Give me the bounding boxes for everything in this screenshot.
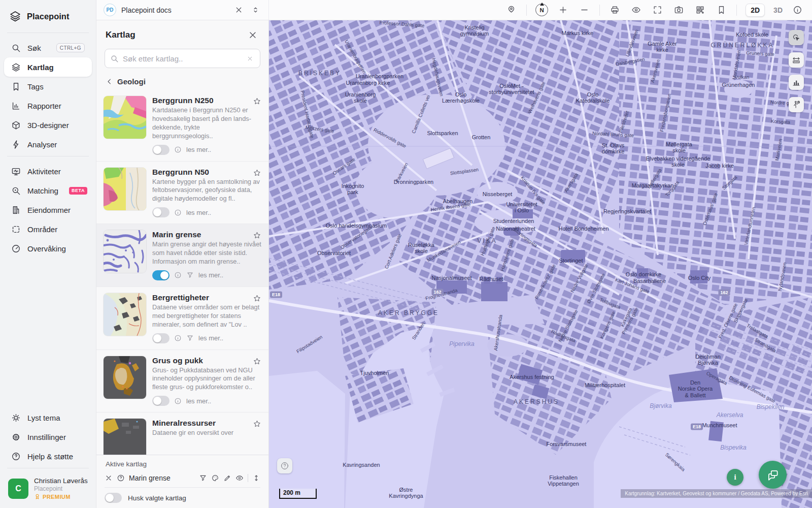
zoom-in-button[interactable] — [557, 4, 569, 16]
context-close-button[interactable] — [233, 4, 245, 16]
layer-card-marin-grense[interactable]: Marin grense Marin grense angir det høye… — [96, 224, 268, 287]
bookmark-button[interactable] — [715, 4, 728, 16]
map-measure-tool-button[interactable] — [789, 52, 804, 68]
toggle-visibility-button[interactable] — [235, 474, 244, 482]
favorite-star-button[interactable] — [253, 357, 261, 366]
sidebar-item-label: Lyst tema — [27, 414, 60, 422]
style-layer-button[interactable] — [211, 474, 219, 482]
map-viewport[interactable]: Professor Dahls gateKristelig gymnasiumM… — [269, 20, 812, 508]
context-pill[interactable]: PD Placepoint docs — [96, 0, 269, 20]
layer-card-berggrunn-n50[interactable]: Berggrunn N50 Kartene bygger på en samto… — [96, 161, 268, 224]
read-more-link[interactable]: les mer.. — [198, 334, 223, 342]
mode-2d-button[interactable]: 2D — [746, 4, 765, 17]
panel-close-button[interactable] — [246, 28, 259, 42]
layer-info-button[interactable] — [174, 271, 182, 279]
sidebar-item-omrader[interactable]: Områder — [4, 219, 92, 239]
layer-info-button[interactable] — [174, 397, 182, 405]
favorite-star-button[interactable] — [253, 97, 261, 106]
bolt-icon — [11, 140, 21, 149]
mode-3d-button[interactable]: 3D — [773, 6, 783, 14]
layer-toggle[interactable] — [152, 270, 170, 280]
remove-layer-button[interactable] — [105, 474, 113, 482]
map-canvas[interactable] — [269, 20, 812, 508]
reorder-layer-handle[interactable] — [252, 474, 260, 482]
zoom-out-button[interactable] — [578, 4, 591, 16]
qr-button[interactable] — [694, 4, 706, 16]
layer-info-button[interactable] — [174, 146, 182, 153]
sidebar-item-3d-designer[interactable]: 3D-designer — [4, 115, 92, 135]
layer-card-bergrettigheter[interactable]: Bergrettigheter Dataene viser områder so… — [96, 287, 268, 350]
map-help-button[interactable] — [277, 458, 292, 473]
layer-info-button[interactable] — [174, 209, 182, 216]
topbar: PD Placepoint docs N 2D 3D — [96, 0, 812, 20]
sidebar-item-eiendommer[interactable]: Eiendommer — [4, 200, 92, 219]
compass-button[interactable]: N — [535, 4, 548, 16]
active-layer-name: Marin grense — [129, 474, 195, 482]
info-button[interactable] — [791, 4, 804, 16]
read-more-link[interactable]: les mer.. — [186, 209, 211, 216]
layer-filter-button[interactable] — [186, 271, 194, 279]
locate-button[interactable] — [505, 4, 518, 16]
divider — [7, 33, 89, 33]
breadcrumb-back[interactable]: Geologi — [96, 71, 268, 90]
visibility-button[interactable] — [630, 4, 642, 16]
layer-toggle[interactable] — [152, 145, 170, 155]
fullscreen-button[interactable] — [651, 4, 664, 16]
layer-filter-button[interactable] — [186, 334, 194, 342]
search-icon — [11, 43, 21, 53]
layer-card-berggrunn-n250[interactable]: Berggrunn N250 Kartdataene i Berggrunn N… — [96, 90, 268, 161]
favorite-star-button[interactable] — [253, 169, 261, 177]
read-more-link[interactable]: les mer.. — [186, 146, 211, 153]
layer-toggle[interactable] — [152, 207, 170, 217]
search-clear-button[interactable] — [245, 54, 255, 64]
layer-card-mineralressurser[interactable]: Mineralressurser Dataene gir en oversikt… — [96, 412, 268, 455]
spacer — [0, 258, 96, 405]
layer-info-button[interactable] — [174, 334, 182, 342]
layer-toggle[interactable] — [152, 333, 170, 343]
filter-layer-button[interactable] — [199, 474, 207, 482]
map-attribution: Kartgrunnlag: Kartverket, Geovekst og ko… — [621, 489, 812, 498]
read-more-link[interactable]: les mer.. — [198, 271, 223, 279]
sidebar-item-rapporter[interactable]: Rapporter — [4, 96, 92, 115]
layer-toggle[interactable] — [152, 396, 170, 406]
map-traveltime-tool-button[interactable] — [789, 97, 804, 112]
sidebar-item-hjelp[interactable]: Hjelp & støtte — [4, 447, 92, 466]
sidebar-item-sok[interactable]: Søk CTRL+G — [4, 38, 92, 57]
sidebar-item-matching[interactable]: Matching BETA — [4, 181, 92, 200]
map-select-tool-button[interactable] — [789, 30, 804, 45]
layer-card-grus-og-pukk[interactable]: Grus og pukk Grus- og Pukkdatabasen ved … — [96, 350, 268, 412]
favorite-star-button[interactable] — [253, 294, 261, 303]
remember-layers-toggle[interactable] — [105, 493, 122, 503]
sidebar-item-label: Hjelp & støtte — [27, 452, 73, 461]
divider — [736, 5, 737, 16]
sidebar-item-aktiviteter[interactable]: Aktiviteter — [4, 162, 92, 181]
sidebar-item-label: Overvåking — [27, 244, 66, 253]
sidebar-item-analyser[interactable]: Analyser — [4, 135, 92, 154]
palette-icon — [211, 474, 219, 482]
chat-fab[interactable] — [759, 461, 787, 489]
user-card[interactable]: C Christian Løverås Placepoint PREMIUM — [0, 470, 96, 508]
layer-question-button[interactable] — [117, 474, 125, 482]
building-icon — [11, 205, 21, 215]
map-info-fab[interactable]: i — [727, 469, 743, 486]
close-icon — [234, 6, 243, 14]
sidebar-item-overvaking[interactable]: Overvåking — [4, 239, 92, 258]
context-switch-button[interactable] — [250, 4, 261, 16]
edit-layer-button[interactable] — [223, 474, 231, 482]
sidebar-item-lyst-tema[interactable]: Lyst tema — [4, 408, 92, 427]
screenshot-button[interactable] — [672, 4, 685, 16]
favorite-star-button[interactable] — [253, 231, 261, 240]
favorite-star-button[interactable] — [253, 420, 261, 428]
chart-icon — [11, 101, 21, 111]
layer-name: Bergrettigheter — [152, 293, 261, 302]
active-layer-row[interactable]: Marin grense — [105, 472, 260, 488]
layer-thumbnail — [104, 168, 146, 210]
sidebar-item-kartlag[interactable]: Kartlag — [4, 57, 92, 77]
map-chart-tool-button[interactable] — [789, 75, 804, 90]
sidebar-item-tags[interactable]: Tags — [4, 77, 92, 96]
walking-time-icon — [792, 100, 801, 109]
sidebar-item-innstillinger[interactable]: Innstillinger — [4, 427, 92, 447]
layer-search-input[interactable] — [123, 54, 241, 63]
read-more-link[interactable]: les mer.. — [186, 397, 211, 405]
print-button[interactable] — [608, 4, 621, 16]
